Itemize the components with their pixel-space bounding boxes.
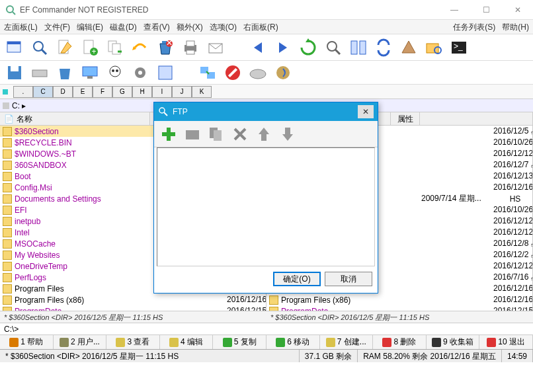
ftp-cancel-button[interactable]: 取消 bbox=[325, 272, 372, 286]
drive-button[interactable]: E bbox=[73, 86, 93, 98]
svg-point-32 bbox=[110, 66, 120, 77]
refresh-icon[interactable] bbox=[298, 37, 319, 58]
ftp-dialog-titlebar[interactable]: FTP ✕ bbox=[154, 102, 378, 121]
undo-icon[interactable] bbox=[130, 37, 151, 58]
status-time: 14:59 bbox=[502, 350, 533, 362]
gear-icon[interactable] bbox=[130, 62, 151, 83]
ftp-delete-icon[interactable] bbox=[229, 124, 251, 145]
svg-rect-17 bbox=[186, 50, 194, 54]
folder-icon bbox=[269, 295, 278, 305]
folder-icon bbox=[3, 262, 12, 271]
fn-button[interactable]: 9 收集箱 bbox=[427, 335, 480, 349]
drive-button[interactable]: . bbox=[13, 86, 33, 98]
menu-item[interactable]: 编辑(E) bbox=[77, 20, 103, 34]
ftp-close-button[interactable]: ✕ bbox=[358, 105, 374, 118]
recycle-icon[interactable] bbox=[54, 62, 75, 83]
drive-button[interactable]: F bbox=[93, 86, 112, 98]
back-icon[interactable] bbox=[247, 37, 268, 58]
fn-button[interactable]: 3 查看 bbox=[106, 335, 160, 349]
drive-button[interactable]: I bbox=[152, 86, 172, 98]
drive-button[interactable]: D bbox=[53, 86, 73, 98]
search-folder-icon[interactable] bbox=[423, 37, 444, 58]
mail-icon[interactable] bbox=[205, 37, 226, 58]
drive-button[interactable]: C bbox=[33, 86, 53, 98]
network-icon[interactable] bbox=[197, 62, 218, 83]
ftp-copy-icon[interactable] bbox=[206, 124, 227, 145]
terminal-icon[interactable]: >_ bbox=[448, 37, 470, 58]
forward-icon[interactable] bbox=[272, 37, 294, 58]
menu-item[interactable]: 任务列表(S) bbox=[453, 20, 495, 34]
ftp-folder-icon[interactable] bbox=[182, 124, 203, 145]
svg-rect-30 bbox=[83, 67, 97, 76]
ftp-down-icon[interactable] bbox=[277, 124, 298, 145]
sync-icon[interactable] bbox=[373, 37, 394, 58]
drive-indicator-icon bbox=[3, 89, 8, 95]
menu-item[interactable]: 右面板(R) bbox=[243, 20, 278, 34]
fn-button[interactable]: 4 编辑 bbox=[160, 335, 214, 349]
file-row[interactable]: ProgramData2016/12/15 星...H bbox=[266, 305, 532, 311]
menu-item[interactable]: 额外(X) bbox=[177, 20, 203, 34]
folder-icon bbox=[3, 206, 12, 215]
search-icon[interactable] bbox=[29, 37, 50, 58]
drive-button[interactable]: G bbox=[112, 86, 132, 98]
svg-point-42 bbox=[250, 69, 266, 79]
fn-button[interactable]: 6 移动 bbox=[266, 335, 320, 349]
menu-item[interactable]: 帮助(H) bbox=[502, 20, 529, 34]
ftp-ok-button[interactable]: 确定(O) bbox=[273, 272, 321, 286]
drive-button[interactable]: K bbox=[192, 86, 212, 98]
blocked-icon[interactable] bbox=[222, 62, 243, 83]
drive-icon[interactable] bbox=[29, 62, 50, 83]
audio-icon[interactable] bbox=[272, 62, 294, 83]
fn-button[interactable]: 1 帮助 bbox=[0, 335, 54, 349]
fn-icon bbox=[169, 338, 179, 347]
menu-item[interactable]: 文件(F) bbox=[44, 20, 70, 34]
fn-button[interactable]: 10 退出 bbox=[479, 335, 533, 349]
menu-item[interactable]: 磁盘(D) bbox=[110, 20, 137, 34]
drive-button[interactable]: J bbox=[172, 86, 192, 98]
skull-icon[interactable] bbox=[104, 62, 126, 83]
fn-button[interactable]: 7 创建... bbox=[320, 335, 374, 349]
file-row[interactable]: Program Files (x86)2016/12/16 星... bbox=[0, 294, 266, 305]
svg-rect-21 bbox=[351, 41, 357, 54]
drive-button[interactable]: H bbox=[132, 86, 152, 98]
main-toolbar-2 bbox=[0, 61, 533, 85]
swap-icon[interactable] bbox=[348, 37, 369, 58]
menu-item[interactable]: 选项(O) bbox=[210, 20, 237, 34]
fn-icon bbox=[276, 338, 285, 347]
delete-icon[interactable]: ✕ bbox=[155, 37, 176, 58]
col-name[interactable]: 📄名称 bbox=[0, 112, 150, 125]
ftp-list[interactable] bbox=[157, 147, 375, 266]
pyramid-icon[interactable] bbox=[398, 37, 419, 58]
copy-icon[interactable] bbox=[104, 37, 126, 58]
close-button[interactable]: ✕ bbox=[508, 5, 528, 15]
file-row[interactable]: Program Files (x86)2016/12/16 星...R bbox=[266, 294, 532, 305]
svg-rect-48 bbox=[214, 130, 222, 141]
maximize-button[interactable]: ☐ bbox=[476, 5, 496, 15]
file-row[interactable]: ProgramData2016/12/15 星... bbox=[0, 305, 266, 311]
new-window-icon[interactable] bbox=[4, 37, 25, 58]
minimize-button[interactable]: — bbox=[444, 5, 464, 15]
ftp-up-icon[interactable] bbox=[253, 124, 274, 145]
panel-icon[interactable] bbox=[155, 62, 176, 83]
controller-icon[interactable] bbox=[247, 62, 268, 83]
fn-button[interactable]: 2 用户... bbox=[54, 335, 107, 349]
folder-icon bbox=[3, 273, 12, 282]
menu-item[interactable]: 查看(V) bbox=[144, 20, 170, 34]
fn-button[interactable]: 8 删除 bbox=[373, 335, 427, 349]
menu-item[interactable]: 左面板(L) bbox=[4, 20, 38, 34]
floppy-icon[interactable] bbox=[4, 62, 25, 83]
drive-bar: . CDEFGHIJK bbox=[0, 85, 533, 99]
add-file-icon[interactable]: + bbox=[79, 37, 101, 58]
ftp-icon bbox=[158, 106, 169, 117]
col-attr-r[interactable]: 属性 bbox=[391, 112, 420, 125]
left-info-line: * $360Section <DIR> 2016/12/5 星期一 11:15 … bbox=[0, 311, 266, 323]
print-icon[interactable] bbox=[180, 37, 201, 58]
command-line[interactable]: C:\> bbox=[0, 323, 533, 334]
ftp-dialog-title: FTP bbox=[173, 107, 358, 116]
ftp-add-icon[interactable] bbox=[158, 124, 179, 145]
fn-button[interactable]: 5 复制 bbox=[213, 335, 266, 349]
menu-bar: 左面板(L)文件(F)编辑(E)磁盘(D)查看(V)额外(X)选项(O)右面板(… bbox=[0, 20, 533, 34]
edit-icon[interactable] bbox=[54, 37, 75, 58]
desktop-icon[interactable] bbox=[79, 62, 101, 83]
find-icon[interactable] bbox=[323, 37, 344, 58]
